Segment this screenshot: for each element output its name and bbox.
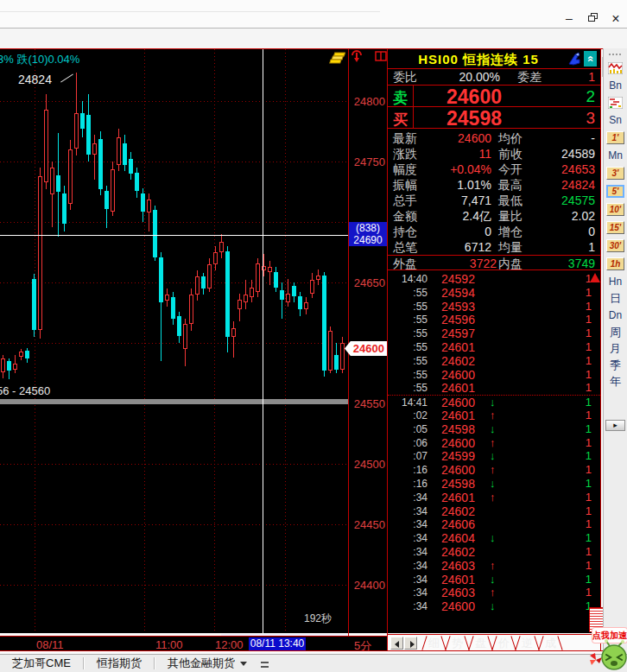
collapse-panel-icon[interactable]: « bbox=[584, 51, 597, 67]
tick-volume: 1 bbox=[557, 340, 592, 354]
tick-volume: 1 bbox=[557, 422, 592, 436]
panel-toolbar: ▷ × bbox=[0, 29, 627, 48]
tick-price: 24598 bbox=[441, 422, 475, 436]
period-item-日[interactable]: 日 bbox=[610, 290, 621, 307]
candle bbox=[74, 113, 79, 149]
period-item-Bn[interactable]: Bn bbox=[609, 77, 622, 94]
close-icon[interactable]: × bbox=[610, 13, 622, 24]
period-button-30m[interactable]: 30' bbox=[606, 239, 624, 252]
tick-volume: 1 bbox=[557, 272, 592, 286]
stat-label: 总手 bbox=[393, 193, 417, 208]
diff-label: 委差 bbox=[517, 70, 542, 86]
toolbar-more-button[interactable]: ▸ bbox=[605, 420, 625, 431]
bid-label: 买 bbox=[393, 110, 408, 130]
period-button-3m[interactable]: 3' bbox=[606, 167, 624, 180]
candle bbox=[310, 280, 314, 294]
chevron-down-icon[interactable] bbox=[240, 662, 247, 666]
candle-wick bbox=[94, 135, 95, 180]
candle-wick bbox=[288, 279, 288, 307]
tick-price: 24596 bbox=[441, 313, 475, 326]
period-item-年[interactable]: 年 bbox=[610, 373, 621, 390]
stat-label: 前收 bbox=[498, 146, 522, 162]
gold-bars-icon[interactable] bbox=[329, 52, 345, 64]
period-button-15m[interactable]: 15' bbox=[606, 221, 624, 234]
stat-value: 1.01% bbox=[440, 177, 491, 193]
tick-volume: 1 bbox=[557, 545, 592, 559]
tick-row: :0724599↓1 bbox=[388, 449, 600, 463]
tick-price: 24601 bbox=[441, 491, 475, 504]
period-button-1m[interactable]: 1' bbox=[606, 131, 624, 144]
period-item-季[interactable]: 季 bbox=[610, 357, 621, 373]
period-item-月[interactable]: 月 bbox=[610, 340, 621, 357]
tick-row: :3424603↑1 bbox=[388, 586, 600, 599]
stat-value: 24589 bbox=[526, 146, 595, 162]
quote-tab-成[interactable]: 成 bbox=[539, 636, 562, 650]
pane-splitter[interactable] bbox=[0, 399, 348, 404]
market-tab[interactable]: 其他金融期货 bbox=[155, 655, 259, 672]
tick-price: 24604 bbox=[441, 531, 475, 545]
tab-scroll-left-button[interactable] bbox=[390, 637, 403, 650]
candle bbox=[298, 296, 302, 309]
quote-tab-势[interactable]: 势 bbox=[446, 636, 469, 650]
period-item-Mn[interactable]: Mn bbox=[608, 147, 623, 164]
ratio-label: 委比 bbox=[393, 70, 417, 86]
tick-row: :55246011 bbox=[388, 340, 600, 354]
restore-icon[interactable] bbox=[586, 13, 598, 24]
candle bbox=[201, 276, 206, 288]
period-button-5m[interactable]: 5' bbox=[606, 185, 624, 198]
tick-volume: 1 bbox=[557, 599, 592, 613]
quote-tab-价[interactable]: 价 bbox=[492, 636, 516, 650]
tick-volume: 1 bbox=[557, 326, 592, 340]
outer-inner-lot-row: 外盘 3722 内盘 3749 bbox=[388, 255, 600, 270]
tick-list: 14:40245921:55245941:55245931:55245961:5… bbox=[388, 272, 600, 614]
assistant-mascot[interactable] bbox=[601, 639, 627, 672]
stat-label: 均价 bbox=[498, 130, 522, 146]
minimize-icon[interactable]: – bbox=[563, 13, 575, 24]
ratio-value: 20.00% bbox=[440, 70, 500, 84]
period-item-Dn[interactable]: Dn bbox=[609, 307, 622, 324]
tick-row: :3424601↑1 bbox=[388, 491, 600, 504]
price-tick-label: 24750 bbox=[349, 155, 385, 168]
period-item-周[interactable]: 周 bbox=[610, 324, 621, 340]
pin-down-icon[interactable] bbox=[351, 50, 363, 63]
kline-volume-icon[interactable] bbox=[608, 60, 623, 77]
tick-time: :55 bbox=[388, 313, 428, 326]
scroll-up-icon[interactable] bbox=[590, 273, 600, 282]
candle bbox=[141, 193, 145, 212]
tick-price: 24602 bbox=[441, 504, 475, 518]
tab-scroll-right-button[interactable] bbox=[404, 637, 417, 650]
candle bbox=[153, 210, 157, 257]
tick-row: :55245961 bbox=[388, 313, 600, 326]
quote-tab-盘[interactable]: 盘 bbox=[469, 636, 492, 650]
tick-price: 24598 bbox=[441, 477, 475, 491]
time-tick-label: 12:00 bbox=[215, 638, 244, 651]
stat-value: 24653 bbox=[526, 162, 595, 177]
period-button-10m[interactable]: 10' bbox=[606, 203, 624, 216]
kline-chart[interactable]: 3% 跌(10)0.04% 24824 56 - 24560 192秒 bbox=[0, 49, 348, 633]
tick-price: 24601 bbox=[441, 409, 475, 422]
tick-price: 24600 bbox=[441, 396, 475, 409]
up-arrow-icon: ↑ bbox=[490, 491, 496, 504]
toolbar-grip[interactable] bbox=[609, 52, 623, 57]
more-tabs-icon[interactable] bbox=[261, 658, 269, 669]
tick-chart-icon[interactable] bbox=[608, 94, 623, 111]
ask-volume: 2 bbox=[586, 87, 595, 106]
stat-label: 最高 bbox=[498, 177, 522, 193]
ask-label: 卖 bbox=[393, 88, 408, 108]
ask-row[interactable]: 卖 24600 2 bbox=[388, 86, 600, 107]
stat-value: 24600 bbox=[440, 130, 491, 146]
title-bar: – × bbox=[0, 0, 627, 29]
market-tab[interactable]: 恒指期货 bbox=[85, 655, 154, 672]
market-tab[interactable]: 芝加哥CME bbox=[0, 655, 83, 672]
tick-price: 24602 bbox=[441, 354, 475, 368]
period-item-Sn[interactable]: Sn bbox=[609, 111, 622, 129]
period-item-Hn[interactable]: Hn bbox=[609, 273, 622, 290]
split-window-icon[interactable] bbox=[375, 51, 387, 61]
quote-tab-逆[interactable]: 逆 bbox=[516, 636, 539, 650]
quote-tab-细[interactable]: 细 bbox=[422, 636, 446, 650]
annotate-hand-icon[interactable] bbox=[567, 52, 581, 67]
period-button-1h[interactable]: 1h bbox=[606, 257, 624, 270]
bid-row[interactable]: 买 24598 3 bbox=[388, 107, 600, 129]
candle bbox=[219, 242, 224, 252]
price-tick-label: 24500 bbox=[349, 458, 385, 471]
